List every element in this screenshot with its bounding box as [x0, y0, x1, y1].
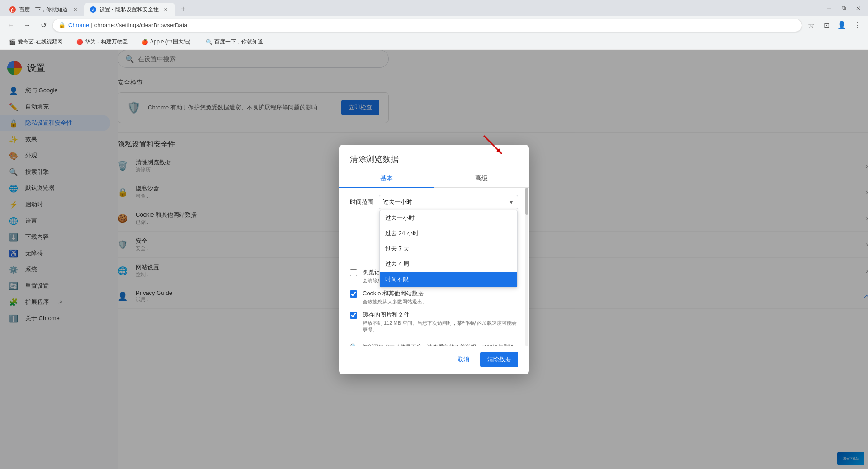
tab-1-close[interactable]: ✕	[71, 6, 79, 13]
tab-2-title: 设置 - 隐私设置和安全性	[99, 6, 159, 14]
cancel-button[interactable]: 取消	[450, 352, 476, 367]
checkbox-cache-desc: 释放不到 112 MB 空间。当您下次访问时，某些网站的加载速度可能会更慢。	[363, 320, 518, 333]
dialog-overlay: 清除浏览数据 基本 高级 时间范围 过去一小时 ▼ 过去一小	[0, 50, 868, 469]
tab-1[interactable]: 百 百度一下，你就知道 ✕	[4, 3, 84, 16]
checkbox-cookies: Cookie 和其他网站数据 会致使您从大多数网站退出。	[350, 289, 518, 305]
window-controls: ─ ⧉ ✕	[823, 2, 864, 14]
bookmark-3-label: 百度一下，你就知道	[214, 38, 263, 46]
time-range-select[interactable]: 过去一小时 ▼ 过去一小时 过去 24 小时 过去 7 天 过去 4 周 时间不…	[379, 195, 518, 209]
tab-2-close[interactable]: ✕	[162, 6, 170, 13]
dialog-footer: 取消 清除数据	[339, 346, 529, 374]
tab-2-favicon: ⚙	[90, 6, 97, 13]
tab-1-title: 百度一下，你就知道	[19, 6, 68, 14]
dialog-tab-basic[interactable]: 基本	[339, 170, 434, 187]
title-bar: 百 百度一下，你就知道 ✕ ⚙ 设置 - 隐私设置和安全性 ✕ + ─ ⧉ ✕	[0, 0, 868, 16]
lock-icon: 🔒	[58, 22, 66, 28]
bookmark-0[interactable]: 🎬 爱奇艺-在线视频网...	[5, 36, 71, 47]
scroll-track[interactable]	[525, 188, 528, 346]
tab-search-button[interactable]: ⊡	[819, 18, 834, 33]
refresh-button[interactable]: ↺	[36, 18, 51, 33]
checkbox-cache: 缓存的图片和文件 释放不到 112 MB 空间。当您下次访问时，某些网站的加载速…	[350, 311, 518, 333]
clear-browser-data-dialog: 清除浏览数据 基本 高级 时间范围 过去一小时 ▼ 过去一小	[339, 145, 529, 374]
bookmark-button[interactable]: ☆	[804, 18, 818, 33]
svg-text:百: 百	[10, 7, 15, 12]
dropdown-option-0[interactable]: 过去一小时	[380, 210, 517, 226]
checkbox-cache-input[interactable]	[350, 312, 357, 319]
bookmark-2[interactable]: 🍎 Apple (中国大陆) ...	[138, 36, 200, 47]
time-range-selected-value: 过去一小时	[383, 198, 412, 206]
checkbox-history-input[interactable]	[350, 269, 357, 276]
bookmark-0-label: 爱奇艺-在线视频网...	[18, 38, 67, 46]
search-hint: 🔍 您所用的搜索引擎是百度，请查看它的相关说明，了解如何删除您的搜索记录（若适用…	[350, 339, 518, 346]
minimize-button[interactable]: ─	[823, 2, 835, 14]
nav-bar: ← → ↺ 🔒 Chrome | chrome://settings/clear…	[0, 16, 868, 34]
checkbox-cache-label: 缓存的图片和文件	[363, 311, 518, 319]
scroll-thumb	[525, 188, 528, 215]
dropdown-option-3[interactable]: 过去 4 周	[380, 256, 517, 272]
search-hint-icon: 🔍	[350, 343, 358, 346]
browser-frame: 百 百度一下，你就知道 ✕ ⚙ 设置 - 隐私设置和安全性 ✕ + ─ ⧉ ✕ …	[0, 0, 868, 469]
menu-button[interactable]: ⋮	[850, 18, 864, 33]
time-range-dropdown[interactable]: 过去一小时 过去 24 小时 过去 7 天 过去 4 周 时间不限	[379, 210, 518, 288]
dialog-tab-advanced[interactable]: 高级	[434, 170, 529, 187]
new-tab-button[interactable]: +	[177, 3, 189, 15]
time-range-label: 时间范围	[350, 198, 373, 206]
bookmark-0-favicon: 🎬	[9, 39, 16, 45]
search-hint-text: 您所用的搜索引擎是百度，请查看它的相关说明，了解如何删除您的搜索记录（若适用）。	[362, 343, 518, 346]
dropdown-option-2[interactable]: 过去 7 天	[380, 241, 517, 256]
profile-button[interactable]: 👤	[835, 18, 849, 33]
dropdown-option-4[interactable]: 时间不限	[380, 272, 517, 287]
address-source: Chrome	[68, 22, 89, 28]
address-bar[interactable]: 🔒 Chrome | chrome://settings/clearBrowse…	[52, 19, 802, 32]
forward-button[interactable]: →	[20, 18, 34, 33]
checkbox-cookies-input[interactable]	[350, 290, 357, 298]
bookmark-3[interactable]: 🔍 百度一下，你就知道	[202, 36, 267, 47]
main-area: 设置 👤 您与 Google ✏️ 自动填充 🔒 隐私设置和安全性 ✨ 效果 🎨…	[0, 50, 868, 469]
dialog-body: 时间范围 过去一小时 ▼ 过去一小时 过去 24 小时 过去 7 天 过去 4 …	[339, 188, 529, 346]
restore-button[interactable]: ⧉	[837, 2, 850, 14]
clear-data-button[interactable]: 清除数据	[480, 352, 518, 367]
address-url: chrome://settings/clearBrowserData	[94, 22, 188, 28]
bookmark-1[interactable]: 🔴 华为 - 构建万物互...	[73, 36, 136, 47]
tab-2[interactable]: ⚙ 设置 - 隐私设置和安全性 ✕	[84, 3, 175, 16]
bookmark-2-label: Apple (中国大陆) ...	[150, 38, 197, 46]
close-button[interactable]: ✕	[852, 2, 864, 14]
dropdown-option-1[interactable]: 过去 24 小时	[380, 226, 517, 241]
dialog-tabs: 基本 高级	[339, 170, 529, 188]
nav-right-buttons: ☆ ⊡ 👤 ⋮	[804, 18, 864, 33]
dropdown-arrow-icon: ▼	[509, 199, 514, 205]
bookmark-1-favicon: 🔴	[76, 39, 83, 45]
back-button[interactable]: ←	[4, 18, 18, 33]
bookmarks-bar: 🎬 爱奇艺-在线视频网... 🔴 华为 - 构建万物互... 🍎 Apple (…	[0, 34, 868, 50]
bookmark-3-favicon: 🔍	[206, 39, 212, 45]
bookmark-1-label: 华为 - 构建万物互...	[85, 38, 132, 46]
checkbox-cookies-label: Cookie 和其他网站数据	[363, 289, 427, 298]
checkbox-cookies-desc: 会致使您从大多数网站退出。	[363, 298, 427, 305]
tab-1-favicon: 百	[9, 6, 16, 13]
bookmark-2-favicon: 🍎	[142, 39, 148, 45]
dialog-title: 清除浏览数据	[339, 145, 529, 165]
svg-text:⚙: ⚙	[91, 8, 95, 12]
time-range-row: 时间范围 过去一小时 ▼ 过去一小时 过去 24 小时 过去 7 天 过去 4 …	[350, 195, 518, 209]
